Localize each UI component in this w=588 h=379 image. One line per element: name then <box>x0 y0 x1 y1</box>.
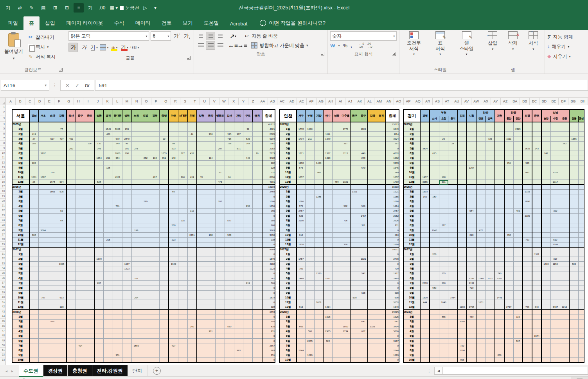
cell[interactable] <box>377 127 386 131</box>
cell[interactable] <box>323 300 332 305</box>
cell[interactable] <box>368 141 377 146</box>
cell[interactable] <box>315 127 324 131</box>
cell[interactable] <box>541 214 551 218</box>
cell[interactable] <box>486 218 495 223</box>
cell[interactable] <box>430 276 439 281</box>
cell[interactable] <box>94 290 104 295</box>
cell[interactable] <box>206 204 216 208</box>
cell[interactable]: 562 <box>341 204 350 208</box>
cell[interactable] <box>560 247 569 252</box>
cell[interactable] <box>486 160 495 165</box>
cell[interactable] <box>476 141 486 146</box>
cell[interactable]: 237 <box>439 223 448 228</box>
column-header-AX[interactable]: AX <box>481 98 491 105</box>
cell[interactable] <box>178 329 187 334</box>
cell[interactable] <box>569 319 579 324</box>
column-header-G[interactable]: G <box>64 98 74 105</box>
cell[interactable] <box>243 338 253 343</box>
cell[interactable] <box>368 156 377 160</box>
cell[interactable] <box>569 185 579 189</box>
cell[interactable] <box>430 156 439 160</box>
cell[interactable] <box>67 218 76 223</box>
cell[interactable] <box>150 194 160 199</box>
cell[interactable] <box>216 214 225 218</box>
cell[interactable] <box>38 194 48 199</box>
cell[interactable] <box>178 300 187 305</box>
cell[interactable] <box>560 218 569 223</box>
cell[interactable] <box>131 214 141 218</box>
cell[interactable] <box>187 199 197 204</box>
cell[interactable]: 452 <box>67 137 76 141</box>
cell[interactable] <box>368 329 377 334</box>
row-header-9[interactable]: 9 <box>0 145 5 150</box>
cell[interactable] <box>216 189 225 194</box>
cell[interactable]: 317 <box>551 257 560 261</box>
cell[interactable] <box>76 262 85 266</box>
cell[interactable] <box>458 122 467 127</box>
cell[interactable] <box>495 290 504 295</box>
cell[interactable] <box>448 175 458 180</box>
cell[interactable] <box>94 300 104 305</box>
cell[interactable]: 669 <box>297 324 306 329</box>
cell[interactable] <box>206 353 216 357</box>
cell[interactable] <box>377 305 386 309</box>
cell[interactable] <box>38 160 48 165</box>
cell[interactable] <box>234 252 243 257</box>
cell[interactable] <box>113 271 122 276</box>
cell[interactable] <box>523 353 532 357</box>
cell[interactable] <box>523 295 532 300</box>
cell[interactable] <box>225 160 234 165</box>
cell[interactable] <box>306 223 315 228</box>
cell[interactable] <box>225 314 234 319</box>
cell[interactable] <box>225 310 234 314</box>
cell[interactable] <box>206 228 216 233</box>
cell[interactable] <box>532 314 541 319</box>
cell[interactable] <box>377 348 386 353</box>
cell[interactable] <box>504 141 514 146</box>
cell[interactable] <box>350 290 359 295</box>
cell[interactable] <box>439 266 448 271</box>
cell[interactable] <box>104 305 113 309</box>
cell[interactable] <box>253 319 262 324</box>
cell[interactable] <box>67 141 76 146</box>
cell[interactable] <box>467 175 476 180</box>
cell[interactable] <box>420 353 430 357</box>
cell[interactable] <box>141 262 150 266</box>
cell[interactable] <box>551 338 560 343</box>
cell[interactable] <box>29 185 39 189</box>
cell[interactable] <box>178 305 187 309</box>
cell[interactable] <box>495 132 504 137</box>
cell[interactable] <box>48 127 57 131</box>
cell[interactable]: 77 <box>57 127 67 131</box>
cell[interactable] <box>332 310 341 314</box>
cell[interactable] <box>430 257 439 261</box>
cell[interactable] <box>467 348 476 353</box>
cell[interactable] <box>67 305 76 309</box>
cell[interactable] <box>85 218 94 223</box>
cell[interactable] <box>104 233 113 237</box>
cell[interactable] <box>513 290 523 295</box>
cell[interactable] <box>579 334 584 338</box>
cell[interactable] <box>551 141 560 146</box>
cell[interactable] <box>85 165 94 170</box>
cell[interactable] <box>359 358 368 363</box>
col-header-동대문[interactable]: 동대문 <box>113 110 122 122</box>
column-header-AA[interactable]: AA <box>258 98 268 105</box>
cell[interactable]: 492 <box>523 170 532 175</box>
cell[interactable] <box>350 141 359 146</box>
cell[interactable]: 1285 <box>315 194 324 199</box>
cell[interactable] <box>467 189 476 194</box>
cell[interactable] <box>297 271 306 276</box>
cell[interactable] <box>306 242 315 247</box>
cell[interactable] <box>234 194 243 199</box>
cell[interactable] <box>234 305 243 309</box>
cell[interactable] <box>76 348 85 353</box>
cell[interactable] <box>420 214 430 218</box>
cell[interactable] <box>323 160 332 165</box>
cell[interactable] <box>216 233 225 237</box>
cell[interactable] <box>187 310 197 314</box>
cell[interactable] <box>197 132 206 137</box>
cell[interactable] <box>225 300 234 305</box>
cell[interactable] <box>513 237 523 242</box>
cell[interactable] <box>197 165 206 170</box>
